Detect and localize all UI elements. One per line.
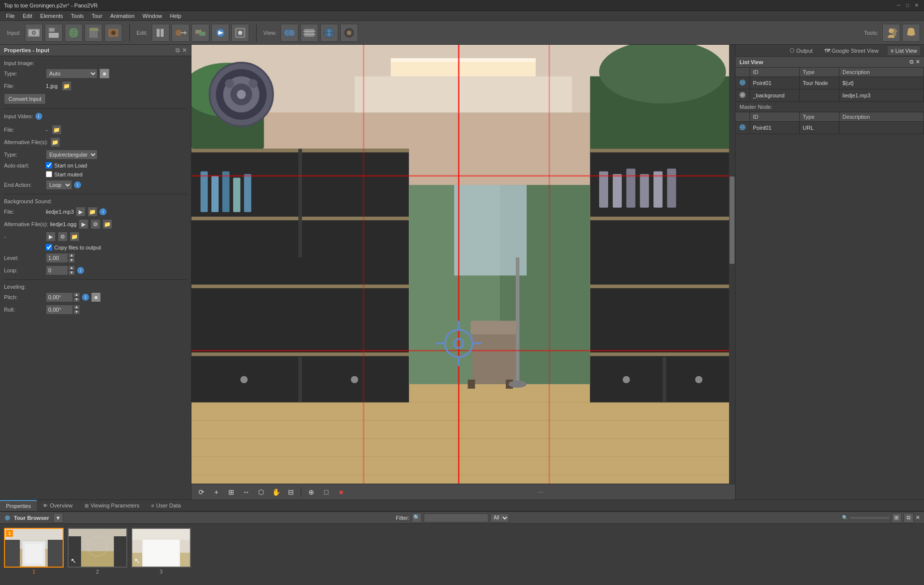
menu-edit[interactable]: Edit (19, 12, 36, 20)
bg-file-info-icon[interactable]: i (99, 208, 106, 215)
filter-icon-btn[interactable]: 🔍 (412, 513, 422, 523)
alt-files-browse-btn[interactable]: 📁 (50, 137, 60, 147)
bg-play-btn[interactable]: ▶ (76, 207, 86, 217)
end-action-info-icon[interactable]: i (74, 181, 81, 188)
rpanel-tab-output[interactable]: ⬡ Output (787, 46, 816, 55)
menu-tools[interactable]: Tools (67, 12, 88, 20)
tour-browser-expand-btn[interactable]: ▼ (53, 513, 63, 523)
type-select[interactable]: Auto Equirectangular Cube Faces (46, 69, 97, 79)
filter-select[interactable]: All (490, 513, 509, 522)
close-btn[interactable]: ✕ (913, 2, 920, 9)
start-muted-checkbox[interactable] (46, 171, 52, 177)
maximize-btn[interactable]: □ (904, 2, 911, 9)
menu-tour[interactable]: Tour (88, 12, 106, 20)
edit-btn-5[interactable] (231, 24, 249, 42)
tools-btn-1[interactable] (882, 24, 900, 42)
input-btn-5[interactable] (104, 24, 122, 42)
input-video-info-icon[interactable]: i (35, 113, 42, 120)
view-btn-4[interactable] (340, 24, 358, 42)
tab-user-data[interactable]: ≡ User Data (145, 501, 186, 510)
tb-close-icon[interactable]: ✕ (916, 514, 920, 521)
view-btn-3[interactable] (320, 24, 338, 42)
menu-animation[interactable]: Animation (106, 12, 139, 20)
edit-btn-1[interactable] (152, 24, 170, 42)
vp-node-btn[interactable]: ⬡ (255, 486, 267, 498)
list-view-float-icon[interactable]: ⧉ (910, 59, 914, 65)
bg-extra-play-btn[interactable]: ▶ (46, 232, 56, 242)
input-btn-3[interactable] (65, 24, 83, 42)
vp-reset-btn[interactable]: ⟳ (195, 486, 207, 498)
table-row[interactable]: Point01 Tour Node ${ut} (736, 77, 924, 89)
edit-btn-3[interactable] (191, 24, 209, 42)
pitch-color-btn[interactable]: ■ (91, 292, 101, 302)
loop-spin-up[interactable]: ▲ (68, 265, 75, 270)
rpanel-tab-listview[interactable]: ≡ List View (888, 46, 920, 55)
tools-btn-2[interactable] (902, 24, 920, 42)
pitch-info-icon[interactable]: i (82, 294, 89, 301)
viewport-scrollbar[interactable] (729, 45, 735, 484)
vp-minus-btn[interactable]: ⊟ (285, 486, 297, 498)
thumb-view-btn[interactable]: ⊞ (892, 513, 902, 523)
pitch-spin-up[interactable]: ▲ (73, 292, 80, 297)
thumbnail-3[interactable]: ↖ 3 (131, 528, 191, 575)
thumbnail-1[interactable]: 1 1 (4, 528, 64, 575)
pitch-input[interactable] (46, 292, 73, 302)
loop-spin-down[interactable]: ▼ (68, 270, 75, 275)
input-btn-4[interactable] (85, 24, 102, 42)
menu-file[interactable]: File (2, 12, 19, 20)
bg-alt-browse-btn[interactable]: 📁 (102, 219, 112, 229)
thumbnail-2[interactable]: ↖ 2 (68, 528, 127, 575)
roll-spin-up[interactable]: ▲ (73, 305, 80, 310)
roll-spin-down[interactable]: ▼ (73, 310, 80, 315)
end-action-select[interactable]: Loop None Stop (46, 180, 72, 190)
video-file-browse-btn[interactable]: 📁 (52, 125, 62, 135)
vp-box-btn[interactable]: □ (320, 486, 332, 498)
bg-alt-gear-btn[interactable]: ⚙ (91, 219, 100, 229)
tab-viewing-params[interactable]: ⊞ Viewing Parameters (79, 501, 145, 510)
vp-hand-btn[interactable]: ✋ (270, 486, 282, 498)
view-btn-1[interactable] (280, 24, 298, 42)
master-table-row[interactable]: Point01 URL (736, 122, 924, 134)
properties-float-icon[interactable]: ⧉ (176, 47, 180, 54)
level-spin-down[interactable]: ▼ (68, 258, 75, 263)
menu-elements[interactable]: Elements (36, 12, 67, 20)
bg-extra-gear-btn[interactable]: ⚙ (58, 232, 68, 242)
vp-crosshair-btn[interactable]: ⊕ (305, 486, 317, 498)
input-btn-2[interactable] (45, 24, 63, 42)
pitch-spin-down[interactable]: ▼ (73, 297, 80, 302)
loop-input[interactable] (46, 265, 68, 275)
tab-properties[interactable]: Properties (0, 500, 37, 511)
properties-close-icon[interactable]: ✕ (182, 47, 187, 54)
tab-overview[interactable]: 👁 Overview (37, 501, 79, 510)
vp-move-btn[interactable]: ↔ (240, 486, 252, 498)
bg-extra-browse-btn[interactable]: 📁 (70, 232, 80, 242)
filter-input[interactable] (424, 513, 488, 522)
level-input[interactable] (46, 253, 68, 263)
menu-help[interactable]: Help (166, 12, 185, 20)
bg-alt-play-btn[interactable]: ▶ (79, 219, 89, 229)
edit-btn-4[interactable] (211, 24, 229, 42)
list-view-close-icon[interactable]: ✕ (916, 59, 920, 65)
input-btn-1[interactable] (25, 24, 43, 42)
expand-all-btn[interactable]: ⧉ (904, 513, 914, 523)
vp-add-btn[interactable]: + (210, 486, 222, 498)
copy-files-checkbox[interactable] (46, 244, 52, 251)
roll-input[interactable] (46, 305, 73, 315)
zoom-slider[interactable] (850, 517, 890, 519)
level-spin-up[interactable]: ▲ (68, 253, 75, 258)
vp-grid-btn[interactable]: ⊞ (225, 486, 237, 498)
table-row[interactable]: _background liedje1.mp3 (736, 89, 924, 102)
type-color-btn[interactable]: ■ (99, 69, 109, 79)
minimize-btn[interactable]: ─ (895, 2, 902, 9)
bg-file-browse-btn[interactable]: 📁 (88, 207, 97, 217)
rpanel-tab-gsv[interactable]: 🗺 Google Street View (822, 46, 882, 55)
edit-btn-2[interactable] (172, 24, 189, 42)
menu-window[interactable]: Window (139, 12, 166, 20)
view-btn-2[interactable] (300, 24, 318, 42)
viewport-scroll-thumb[interactable] (730, 176, 735, 264)
file-browse-btn[interactable]: 📁 (62, 81, 72, 91)
vp-fill-btn[interactable]: ■ (335, 486, 347, 498)
video-type-select[interactable]: Equirectangular Cube Faces (46, 150, 97, 160)
convert-input-btn[interactable]: Convert Input (4, 93, 46, 104)
viewport[interactable] (191, 45, 735, 484)
